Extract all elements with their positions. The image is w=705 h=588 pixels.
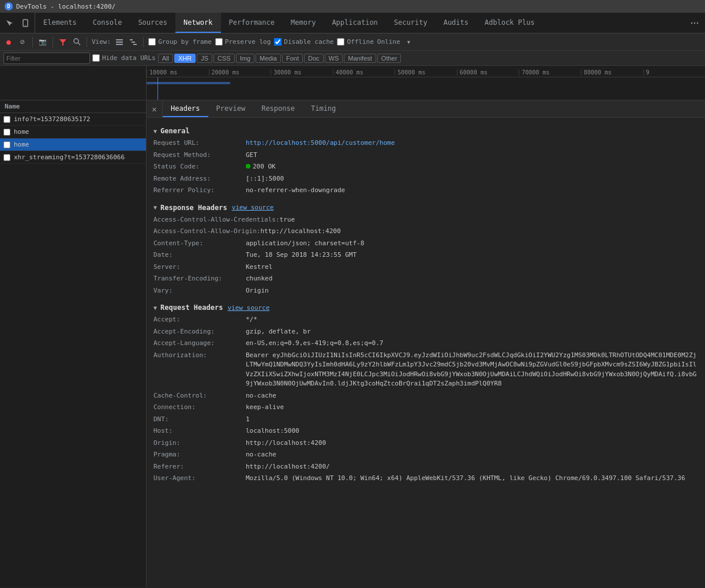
- remote-address-row: Remote Address: [::1]:5000: [153, 174, 698, 184]
- filter-types: All XHR JS CSS Img Media Font Doc WS Man…: [158, 54, 402, 63]
- vary-val: Origin: [246, 286, 698, 296]
- status-code-val: 200 OK: [246, 162, 698, 172]
- offline-label[interactable]: Offline: [347, 38, 373, 46]
- filter-manifest[interactable]: Manifest: [344, 54, 376, 63]
- hide-data-urls-label[interactable]: Hide data URLs: [102, 54, 156, 62]
- dnt-val: 1: [246, 415, 698, 425]
- disable-cache-checkbox[interactable]: [274, 38, 282, 46]
- user-agent-val: Mozilla/5.0 (Windows NT 10.0; Win64; x64…: [246, 474, 698, 484]
- group-by-frame-label[interactable]: Group by frame: [158, 38, 212, 46]
- host-row: Host: localhost:5000: [153, 426, 698, 436]
- filter-doc[interactable]: Doc: [304, 54, 324, 63]
- filter-js[interactable]: JS: [197, 54, 212, 63]
- response-view-source-link[interactable]: view source: [232, 204, 274, 211]
- timeline-ruler: 10000 ms 20000 ms 30000 ms 40000 ms 5000…: [147, 66, 705, 77]
- more-tools-icon[interactable]: [689, 17, 700, 29]
- filter-img[interactable]: Img: [236, 54, 254, 63]
- search-button[interactable]: [72, 37, 82, 47]
- filter-ws[interactable]: WS: [325, 54, 343, 63]
- request-view-source-link[interactable]: view source: [227, 304, 269, 312]
- view-list-icon[interactable]: [114, 37, 125, 47]
- tab-memory[interactable]: Memory: [283, 13, 324, 33]
- tab-response[interactable]: Response: [253, 100, 303, 117]
- offline-checkbox[interactable]: [337, 38, 344, 46]
- user-agent-row: User-Agent: Mozilla/5.0 (Windows NT 10.0…: [153, 474, 698, 484]
- tick-7: 70000 ms: [519, 69, 581, 76]
- status-code-row: Status Code: 200 OK: [153, 162, 698, 172]
- view-waterfall-icon[interactable]: [128, 37, 138, 47]
- record-button[interactable]: ●: [3, 37, 14, 47]
- acac-val: true: [280, 215, 698, 225]
- tab-performance[interactable]: Performance: [221, 13, 283, 33]
- request-headers-triangle: ▼: [153, 305, 157, 311]
- tick-6: 60000 ms: [457, 69, 519, 76]
- tab-adblock[interactable]: Adblock Plus: [477, 13, 543, 33]
- cache-control-key: Cache-Control:: [153, 391, 246, 401]
- svg-rect-10: [116, 44, 123, 45]
- svg-point-6: [74, 39, 78, 43]
- request-item-3[interactable]: xhr_streaming?t=1537280636066: [0, 151, 146, 164]
- filter-all[interactable]: All: [158, 54, 173, 63]
- tab-preview[interactable]: Preview: [208, 100, 254, 117]
- tick-5: 50000 ms: [395, 69, 457, 76]
- disable-cache-label[interactable]: Disable cache: [284, 38, 333, 46]
- filter-input[interactable]: [6, 55, 81, 62]
- tab-sources[interactable]: Sources: [130, 13, 175, 33]
- tab-elements[interactable]: Elements: [35, 13, 85, 33]
- online-label: Online: [377, 38, 400, 46]
- toolbar: ● ⊘ 📷 View: Group by frame Preserve log …: [0, 33, 705, 51]
- navbar: Elements Console Sources Network Perform…: [0, 13, 705, 33]
- camera-button[interactable]: 📷: [38, 37, 48, 47]
- cursor-icon[interactable]: [3, 17, 15, 29]
- accept-encoding-val: gzip, deflate, br: [246, 327, 698, 337]
- response-headers-title: Response Headers: [160, 204, 227, 212]
- date-key: Date:: [153, 250, 246, 260]
- request-checkbox-1[interactable]: [3, 129, 10, 136]
- filter-media[interactable]: Media: [256, 54, 281, 63]
- transfer-encoding-row: Transfer-Encoding: chunked: [153, 274, 698, 284]
- request-item-0[interactable]: info?t=1537280635172: [0, 113, 146, 126]
- online-dropdown-icon[interactable]: ▾: [404, 37, 414, 47]
- tab-timing[interactable]: Timing: [303, 100, 344, 117]
- connection-key: Connection:: [153, 403, 246, 413]
- accept-encoding-key: Accept-Encoding:: [153, 327, 246, 337]
- filter-xhr[interactable]: XHR: [174, 54, 196, 63]
- request-item-1[interactable]: home: [0, 126, 146, 138]
- connection-row: Connection: keep-alive: [153, 403, 698, 413]
- host-val: localhost:5000: [246, 426, 698, 436]
- preserve-log-checkbox[interactable]: [215, 38, 223, 46]
- filter-button[interactable]: [58, 37, 68, 47]
- request-checkbox-2[interactable]: [3, 141, 10, 148]
- filter-other[interactable]: Other: [377, 54, 402, 63]
- request-checkbox-3[interactable]: [3, 154, 10, 161]
- toolbar-sep-3: [87, 37, 87, 47]
- request-item-2[interactable]: home: [0, 138, 146, 151]
- nav-right-icons: [684, 13, 705, 33]
- host-key: Host:: [153, 426, 246, 436]
- tab-audits[interactable]: Audits: [436, 13, 477, 33]
- pragma-val: no-cache: [246, 450, 698, 460]
- group-by-frame-checkbox[interactable]: [148, 38, 156, 46]
- filter-font[interactable]: Font: [282, 54, 303, 63]
- acac-row: Access-Control-Allow-Credentials: true: [153, 215, 698, 225]
- tab-network[interactable]: Network: [175, 13, 221, 33]
- request-name-2: home: [14, 141, 29, 148]
- filter-css[interactable]: CSS: [213, 54, 235, 63]
- transfer-encoding-val: chunked: [246, 274, 698, 284]
- tab-application[interactable]: Application: [324, 13, 385, 33]
- tab-console[interactable]: Console: [85, 13, 130, 33]
- hide-data-urls-checkbox[interactable]: [92, 54, 100, 62]
- tick-9: 9: [643, 69, 706, 76]
- date-row: Date: Tue, 18 Sep 2018 14:23:55 GMT: [153, 250, 698, 260]
- authorization-val: Bearer eyJhbGciOiJIUzI1NiIsInR5cCI6IkpXV…: [246, 351, 698, 389]
- stop-button[interactable]: ⊘: [17, 37, 28, 47]
- request-checkbox-0[interactable]: [3, 116, 10, 123]
- tab-headers[interactable]: Headers: [163, 100, 208, 117]
- mobile-icon[interactable]: [20, 17, 31, 29]
- tab-security[interactable]: Security: [386, 13, 436, 33]
- preserve-log-label[interactable]: Preserve log: [225, 38, 271, 46]
- content-type-row: Content-Type: application/json; charset=…: [153, 239, 698, 249]
- origin-key: Origin:: [153, 439, 246, 448]
- close-detail-button[interactable]: ✕: [147, 100, 163, 117]
- hide-data-urls-group: Hide data URLs: [92, 54, 156, 62]
